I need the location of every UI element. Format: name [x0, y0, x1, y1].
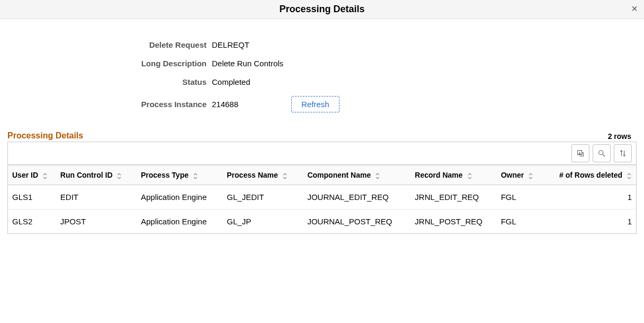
sort-indicator-icon [375, 172, 380, 179]
cell-component-name: JOURNAL_EDIT_REQ [303, 185, 410, 209]
sort-indicator-icon [282, 172, 288, 179]
cell-user-id: GLS2 [8, 209, 56, 234]
col-record-name-label: Record Name [415, 171, 462, 179]
cell-owner: FGL [497, 185, 550, 209]
cell-user-id: GLS1 [8, 185, 56, 209]
col-component-name-label: Component Name [307, 171, 371, 179]
cell-process-name: GL_JEDIT [222, 185, 303, 209]
cell-rows-deleted: 1 [550, 185, 636, 209]
sort-indicator-icon [193, 172, 198, 179]
close-icon[interactable]: × [631, 3, 638, 14]
cell-record-name: JRNL_POST_REQ [410, 209, 496, 234]
col-process-type[interactable]: Process Type [137, 165, 222, 185]
col-owner[interactable]: Owner [497, 165, 550, 185]
sort-indicator-icon [467, 172, 472, 179]
grid-toolbar [7, 142, 637, 165]
process-instance-value: 214688 [212, 100, 291, 109]
sort-icon[interactable] [614, 144, 632, 162]
search-icon[interactable] [593, 144, 611, 162]
grid-section: Processing Details 2 rows User ID Run Co… [7, 131, 637, 234]
table-row[interactable]: GLS1 EDIT Application Engine GL_JEDIT JO… [8, 185, 637, 209]
col-process-name-label: Process Name [227, 171, 278, 179]
cell-process-name: GL_JP [222, 209, 303, 234]
grid-title: Processing Details [7, 131, 83, 141]
col-rows-deleted-label: # of Rows deleted [559, 171, 622, 179]
col-component-name[interactable]: Component Name [303, 165, 410, 185]
cell-record-name: JRNL_EDIT_REQ [410, 185, 496, 209]
col-run-control-id-label: Run Control ID [60, 171, 113, 179]
status-value: Completed [212, 77, 251, 86]
download-icon[interactable] [571, 144, 589, 162]
long-description-label: Long Description [32, 59, 212, 68]
long-description-value: Delete Run Controls [212, 59, 283, 68]
cell-run-control-id: JPOST [56, 209, 137, 234]
refresh-button[interactable]: Refresh [291, 96, 339, 112]
cell-run-control-id: EDIT [56, 185, 137, 209]
process-instance-label: Process Instance [32, 100, 212, 109]
titlebar: Processing Details × [0, 0, 644, 19]
delete-request-label: Delete Request [32, 40, 212, 49]
status-label: Status [32, 77, 212, 86]
cell-process-type: Application Engine [137, 185, 222, 209]
col-user-id-label: User ID [12, 171, 38, 179]
delete-request-value: DELREQT [212, 40, 249, 49]
col-process-type-label: Process Type [141, 171, 189, 179]
cell-component-name: JOURNAL_POST_REQ [303, 209, 410, 234]
cell-owner: FGL [497, 209, 550, 234]
table-row[interactable]: GLS2 JPOST Application Engine GL_JP JOUR… [8, 209, 637, 234]
sort-indicator-icon [117, 172, 122, 179]
svg-line-2 [603, 154, 605, 156]
col-rows-deleted[interactable]: # of Rows deleted [550, 165, 636, 185]
sort-indicator-icon [627, 172, 632, 179]
col-run-control-id[interactable]: Run Control ID [56, 165, 137, 185]
table-header-row: User ID Run Control ID Process Type Proc… [8, 165, 637, 185]
sort-indicator-icon [42, 172, 48, 179]
summary-panel: Delete Request DELREQT Long Description … [32, 40, 402, 112]
col-record-name[interactable]: Record Name [410, 165, 496, 185]
col-user-id[interactable]: User ID [8, 165, 56, 185]
row-count-label: 2 rows [608, 132, 637, 141]
page-title: Processing Details [279, 4, 364, 15]
cell-rows-deleted: 1 [550, 209, 636, 234]
results-table: User ID Run Control ID Process Type Proc… [7, 165, 637, 234]
cell-process-type: Application Engine [137, 209, 222, 234]
svg-point-1 [599, 151, 603, 155]
sort-indicator-icon [528, 172, 533, 179]
col-owner-label: Owner [501, 171, 524, 179]
col-process-name[interactable]: Process Name [222, 165, 303, 185]
